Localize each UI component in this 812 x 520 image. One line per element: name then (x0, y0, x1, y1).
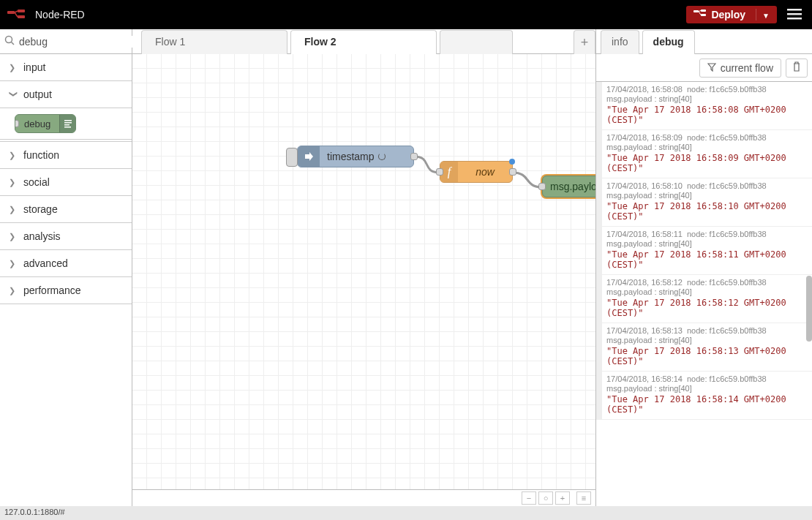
right-panel-tabs: info debug (596, 29, 812, 54)
flow-node-function[interactable]: f now (440, 161, 513, 183)
debug-entry[interactable]: 17/04/2018, 16:58:13 node: f1c6c59.b0ffb… (596, 323, 812, 372)
sidebar-right: info debug current flow 17/04/2018, 16:5… (595, 29, 812, 506)
debug-entry-topic: msg.payload : string[40] (606, 94, 808, 103)
palette-category-input[interactable]: ❯input (0, 54, 132, 81)
debug-entry-time: 17/04/2018, 16:58:09 (606, 133, 683, 142)
debug-message-list[interactable]: 17/04/2018, 16:58:08 node: f1c6c59.b0ffb… (596, 82, 812, 506)
debug-clear-button[interactable] (786, 59, 808, 78)
chevron-right-icon: ❯ (9, 178, 18, 187)
svg-rect-6 (787, 9, 802, 11)
debug-entry-node: node: f1c6c59.b0ffb38 (687, 181, 767, 190)
svg-rect-14 (64, 127, 71, 128)
debug-entry-msg: "Tue Apr 17 2018 16:58:10 GMT+0200 (CEST… (606, 201, 808, 222)
flow-canvas[interactable]: timestamp f now msg.payload (132, 54, 595, 489)
debug-entry[interactable]: 17/04/2018, 16:58:12 node: f1c6c59.b0ffb… (596, 275, 812, 323)
debug-entry-msg: "Tue Apr 17 2018 16:58:09 GMT+0200 (CEST… (606, 153, 808, 173)
palette-category-performance[interactable]: ❯performance (0, 277, 132, 304)
svg-line-10 (12, 42, 15, 45)
palette-category-storage[interactable]: ❯storage (0, 196, 132, 223)
svg-rect-5 (701, 14, 706, 16)
chevron-right-icon: ❯ (9, 151, 18, 160)
app-title: Node-RED (35, 9, 85, 20)
debug-entry[interactable]: 17/04/2018, 16:58:10 node: f1c6c59.b0ffb… (596, 178, 812, 227)
debug-entry-topic: msg.payload : string[40] (606, 287, 808, 296)
debug-input-port[interactable] (538, 183, 546, 190)
debug-entry-time: 17/04/2018, 16:58:08 (606, 85, 683, 94)
debug-entry-msg: "Tue Apr 17 2018 16:58:14 GMT+0200 (CEST… (606, 394, 808, 415)
zoom-reset-button[interactable]: ○ (538, 491, 553, 505)
filter-icon (707, 62, 716, 74)
debug-entry-msg: "Tue Apr 17 2018 16:58:12 GMT+0200 (CEST… (606, 298, 808, 318)
chevron-right-icon: ❯ (9, 63, 18, 72)
palette-category-analysis[interactable]: ❯analysis (0, 223, 132, 250)
zoom-in-button[interactable]: + (555, 491, 570, 505)
palette-sidebar: × ❯input ❯output debug ❯function ❯social… (0, 29, 132, 506)
inject-arrow-icon (298, 146, 320, 167)
deploy-icon (693, 9, 707, 20)
debug-entry-msg: "Tue Apr 17 2018 16:58:13 GMT+0200 (CEST… (606, 346, 808, 366)
deploy-button[interactable]: Deploy ▼ (686, 6, 777, 23)
debug-entry-topic: msg.payload : string[40] (606, 191, 808, 200)
svg-rect-0 (7, 11, 15, 14)
workspace-tab-bar: Flow 1 Flow 2 + (132, 29, 595, 54)
workspace-area: Flow 1 Flow 2 + timestamp f now (132, 29, 595, 506)
flow-node-inject[interactable]: timestamp (297, 146, 414, 167)
app-logo-icon (7, 10, 28, 20)
palette-search-input[interactable] (19, 36, 147, 48)
debug-scrollbar-thumb[interactable] (806, 276, 812, 342)
debug-entry-time: 17/04/2018, 16:58:13 (606, 326, 683, 335)
debug-entry-msg: "Tue Apr 17 2018 16:58:08 GMT+0200 (CEST… (606, 105, 808, 125)
palette-category-output[interactable]: ❯output (0, 81, 132, 108)
debug-entry-node: node: f1c6c59.b0ffb38 (687, 230, 767, 238)
deploy-label: Deploy (711, 9, 745, 20)
chevron-right-icon: ❯ (9, 205, 18, 214)
debug-entry[interactable]: 17/04/2018, 16:58:14 node: f1c6c59.b0ffb… (596, 372, 812, 420)
workspace-tab-empty[interactable] (440, 30, 513, 54)
function-output-port[interactable] (509, 168, 516, 176)
sidebar-tab-debug[interactable]: debug (642, 30, 695, 54)
debug-entry-topic: msg.payload : string[40] (606, 239, 808, 248)
svg-rect-3 (693, 10, 699, 12)
function-changed-dot-icon (509, 159, 515, 165)
debug-entry[interactable]: 17/04/2018, 16:58:08 node: f1c6c59.b0ffb… (596, 82, 812, 130)
workspace-tab-flow1[interactable]: Flow 1 (141, 30, 287, 54)
debug-entry[interactable]: 17/04/2018, 16:58:09 node: f1c6c59.b0ffb… (596, 130, 812, 178)
palette-node-debug[interactable]: debug (15, 114, 76, 133)
workspace-add-tab-button[interactable]: + (574, 30, 595, 54)
debug-filter-button[interactable]: current flow (699, 59, 781, 78)
view-list-button[interactable]: ≡ (576, 491, 591, 505)
chevron-down-icon: ❯ (9, 90, 18, 99)
palette-node-container: debug (0, 108, 132, 140)
inject-output-port[interactable] (410, 153, 418, 160)
debug-entry-node: node: f1c6c59.b0ffb38 (687, 85, 767, 94)
svg-rect-11 (64, 120, 72, 121)
svg-rect-4 (701, 10, 706, 12)
flow-node-debug[interactable]: msg.payload (542, 176, 595, 197)
search-icon (4, 35, 15, 48)
workspace-footer: − ○ + ≡ (132, 489, 595, 506)
trash-icon (792, 61, 801, 74)
status-bar: 127.0.0.1:1880/# (0, 506, 812, 520)
hamburger-menu-icon[interactable] (784, 5, 805, 25)
palette-category-social[interactable]: ❯social (0, 169, 132, 196)
svg-rect-13 (64, 124, 69, 126)
palette-category-function[interactable]: ❯function (0, 142, 132, 169)
debug-entry-node: node: f1c6c59.b0ffb38 (687, 374, 767, 383)
debug-node-icon (59, 115, 75, 132)
debug-entry-time: 17/04/2018, 16:58:11 (606, 230, 683, 238)
function-input-port[interactable] (436, 168, 443, 176)
svg-rect-8 (787, 18, 802, 20)
deploy-caret-icon[interactable]: ▼ (756, 9, 770, 20)
workspace-tab-flow2[interactable]: Flow 2 (290, 30, 437, 54)
debug-entry-node: node: f1c6c59.b0ffb38 (687, 133, 767, 142)
inject-trigger-button[interactable] (286, 148, 298, 167)
sidebar-tab-info[interactable]: info (601, 30, 639, 54)
palette-category-advanced[interactable]: ❯advanced (0, 250, 132, 277)
chevron-right-icon: ❯ (9, 259, 18, 268)
zoom-out-button[interactable]: − (522, 491, 536, 505)
debug-entry-time: 17/04/2018, 16:58:10 (606, 181, 683, 190)
debug-entry-time: 17/04/2018, 16:58:14 (606, 374, 683, 383)
debug-entry[interactable]: 17/04/2018, 16:58:11 node: f1c6c59.b0ffb… (596, 227, 812, 275)
svg-rect-12 (64, 122, 72, 124)
debug-toolbar: current flow (596, 54, 812, 82)
